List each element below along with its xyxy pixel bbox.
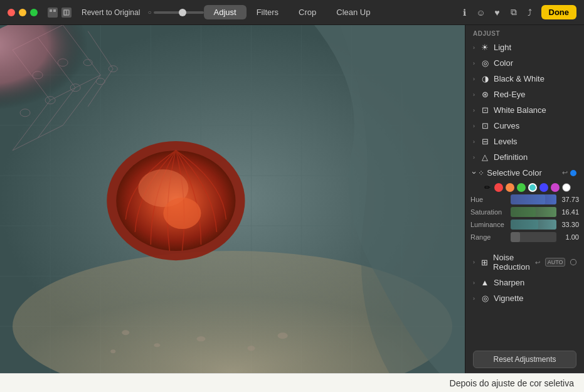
- svg-point-31: [154, 343, 160, 347]
- titlebar: Revert to Original ○ ● Adjust Filters Cr…: [0, 0, 584, 25]
- noise-undo-icon[interactable]: ↩: [535, 259, 540, 266]
- noise-icon: ⊞: [480, 258, 489, 267]
- adjust-item-bw[interactable]: ◑ Black & White: [465, 71, 584, 87]
- hue-label: Hue: [470, 196, 508, 203]
- svg-rect-0: [50, 9, 52, 12]
- redeye-icon: ⊛: [480, 90, 490, 99]
- swatch-blue[interactable]: [539, 183, 548, 192]
- svg-point-33: [110, 349, 115, 353]
- svg-point-32: [196, 336, 205, 341]
- maximize-button[interactable]: [30, 9, 38, 16]
- revert-button[interactable]: Revert to Original: [82, 8, 140, 17]
- copy-icon[interactable]: ⧉: [509, 8, 519, 18]
- bottom-bar: Depois do ajuste de cor seletiva: [0, 373, 584, 392]
- bw-label: Black & White: [494, 74, 576, 83]
- reset-button[interactable]: Reset Adjustments: [473, 351, 576, 368]
- svg-point-35: [278, 332, 288, 339]
- adjust-item-noise[interactable]: ⊞ Noise Reduction ↩ AUTO: [465, 250, 584, 275]
- photo-area: [0, 25, 465, 373]
- selective-color-section: ⁘ Selective Color ↩ ✏: [465, 165, 584, 250]
- adjust-item-curves[interactable]: ⊡ Curves: [465, 118, 584, 134]
- sharpen-icon: ▲: [480, 278, 490, 287]
- nav-tabs: Adjust Filters Crop Clean Up: [204, 5, 381, 19]
- sc-icon: ⁘: [478, 169, 484, 177]
- adjust-item-color[interactable]: ◎ Color: [465, 55, 584, 71]
- swatch-teal[interactable]: [528, 183, 537, 192]
- blue-dot-indicator: [570, 170, 576, 176]
- chevron-right-icon: [473, 76, 475, 82]
- auto-badge: AUTO: [545, 258, 566, 267]
- saturation-track[interactable]: [511, 207, 556, 217]
- adjust-item-levels[interactable]: ⊟ Levels: [465, 134, 584, 149]
- hue-slider-row: Hue 37.73: [470, 194, 579, 204]
- svg-rect-1: [53, 9, 56, 12]
- saturation-value: 16.41: [559, 208, 579, 216]
- tab-crop[interactable]: Crop: [289, 5, 326, 19]
- vignette-label: Vignette: [494, 294, 576, 303]
- color-icon: ◎: [480, 58, 490, 68]
- adjust-item-definition[interactable]: △ Definition: [465, 149, 584, 165]
- chevron-right-icon: [473, 123, 475, 129]
- light-label: Light: [494, 43, 576, 52]
- pencil-icon[interactable]: ✏: [483, 183, 492, 192]
- levels-label: Levels: [494, 137, 576, 146]
- wb-icon: ⊡: [480, 105, 490, 115]
- window-icon-2: [61, 8, 72, 18]
- noise-toggle[interactable]: [570, 259, 576, 265]
- tab-cleanup[interactable]: Clean Up: [326, 5, 380, 19]
- emoji-icon[interactable]: ☺: [476, 8, 486, 18]
- done-button[interactable]: Done: [541, 5, 577, 19]
- selective-color-header[interactable]: ⁘ Selective Color ↩: [465, 165, 584, 181]
- swatch-white[interactable]: [562, 183, 571, 192]
- definition-label: Definition: [494, 152, 576, 162]
- adjust-item-sharpen[interactable]: ▲ Sharpen: [465, 275, 584, 290]
- light-icon: ☀: [480, 43, 490, 52]
- adjust-item-vignette[interactable]: ◎ Vignette: [465, 290, 584, 306]
- photo-canvas: [0, 25, 465, 373]
- levels-icon: ⊟: [480, 137, 490, 146]
- saturation-slider-row: Saturation 16.41: [470, 207, 579, 217]
- curves-label: Curves: [494, 121, 576, 130]
- svg-point-30: [122, 330, 129, 335]
- luminance-slider-row: Luminance 33.30: [470, 220, 579, 230]
- traffic-lights: [8, 9, 38, 16]
- tab-filters[interactable]: Filters: [247, 5, 289, 19]
- brightness-slider[interactable]: ○ ●: [147, 9, 210, 16]
- curves-icon: ⊡: [480, 121, 490, 130]
- chevron-right-icon: [473, 60, 475, 66]
- svg-point-34: [248, 346, 255, 351]
- chevron-right-icon: [473, 295, 475, 302]
- hue-track[interactable]: [511, 194, 556, 204]
- swatch-purple[interactable]: [551, 183, 560, 192]
- definition-icon: △: [480, 152, 490, 162]
- luminance-track[interactable]: [511, 220, 556, 230]
- chevron-right-icon: [473, 280, 475, 286]
- luminance-value: 33.30: [559, 221, 579, 228]
- panel-header: ADJUST: [465, 25, 584, 40]
- close-button[interactable]: [8, 9, 15, 16]
- slider-track[interactable]: [154, 11, 204, 14]
- svg-point-39: [163, 198, 201, 229]
- info-icon[interactable]: ℹ: [460, 8, 470, 18]
- swatch-orange[interactable]: [506, 183, 514, 192]
- titlebar-right: ℹ ☺ ♥ ⧉ ⤴ Done: [460, 5, 577, 19]
- undo-icon[interactable]: ↩: [562, 169, 568, 177]
- swatch-green[interactable]: [517, 183, 526, 192]
- noise-label: Noise Reduction: [493, 253, 530, 272]
- sc-header-left: ⁘ Selective Color: [473, 168, 558, 177]
- range-track[interactable]: [511, 232, 556, 242]
- chevron-right-icon: [473, 259, 475, 265]
- window-icon-1: [48, 8, 58, 18]
- slider-thumb[interactable]: [179, 9, 186, 16]
- minimize-button[interactable]: [19, 9, 26, 16]
- share-icon[interactable]: ⤴: [525, 8, 535, 18]
- tab-adjust[interactable]: Adjust: [204, 5, 247, 19]
- adjust-item-wb[interactable]: ⊡ White Balance: [465, 102, 584, 118]
- adjust-item-redeye[interactable]: ⊛ Red-Eye: [465, 87, 584, 102]
- luminance-label: Luminance: [470, 221, 508, 228]
- adjust-item-light[interactable]: ☀ Light: [465, 40, 584, 55]
- heart-icon[interactable]: ♥: [492, 8, 502, 18]
- swatch-red[interactable]: [494, 183, 503, 192]
- range-slider-row: Range 1.00: [470, 232, 579, 242]
- chevron-down-icon: [473, 168, 475, 177]
